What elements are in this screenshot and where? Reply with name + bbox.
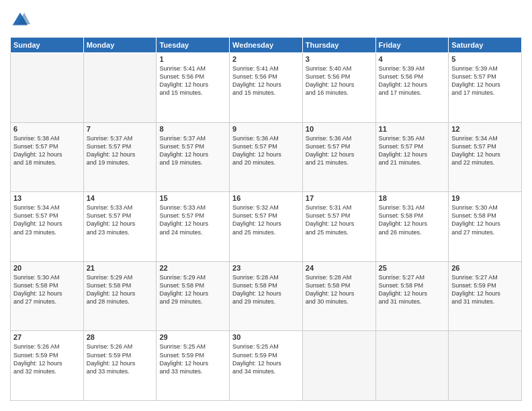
- day-info: Sunrise: 5:26 AM Sunset: 5:59 PM Dayligh…: [13, 342, 81, 375]
- day-number: 2: [232, 55, 300, 63]
- week-row-2: 13Sunrise: 5:34 AM Sunset: 5:57 PM Dayli…: [11, 192, 522, 262]
- day-header-tuesday: Tuesday: [157, 38, 230, 53]
- calendar-cell: 16Sunrise: 5:32 AM Sunset: 5:57 PM Dayli…: [230, 192, 303, 262]
- calendar-cell: [449, 331, 522, 401]
- day-info: Sunrise: 5:27 AM Sunset: 5:58 PM Dayligh…: [379, 273, 446, 306]
- day-number: 12: [451, 125, 519, 133]
- day-info: Sunrise: 5:30 AM Sunset: 5:58 PM Dayligh…: [451, 203, 519, 236]
- day-info: Sunrise: 5:36 AM Sunset: 5:57 PM Dayligh…: [232, 134, 300, 167]
- day-header-wednesday: Wednesday: [230, 38, 303, 53]
- week-row-1: 6Sunrise: 5:38 AM Sunset: 5:57 PM Daylig…: [11, 122, 522, 192]
- logo: [10, 10, 33, 30]
- calendar-cell: 8Sunrise: 5:37 AM Sunset: 5:57 PM Daylig…: [157, 122, 230, 192]
- calendar-cell: [302, 331, 375, 401]
- day-info: Sunrise: 5:29 AM Sunset: 5:58 PM Dayligh…: [159, 273, 226, 306]
- calendar: SundayMondayTuesdayWednesdayThursdayFrid…: [10, 37, 522, 401]
- day-number: 1: [159, 55, 226, 63]
- day-info: Sunrise: 5:41 AM Sunset: 5:56 PM Dayligh…: [159, 64, 226, 97]
- calendar-cell: 6Sunrise: 5:38 AM Sunset: 5:57 PM Daylig…: [11, 122, 84, 192]
- day-header-sunday: Sunday: [11, 38, 84, 53]
- calendar-cell: 4Sunrise: 5:39 AM Sunset: 5:56 PM Daylig…: [375, 53, 449, 123]
- calendar-cell: 1Sunrise: 5:41 AM Sunset: 5:56 PM Daylig…: [157, 53, 230, 123]
- calendar-cell: [375, 331, 449, 401]
- calendar-cell: 28Sunrise: 5:26 AM Sunset: 5:59 PM Dayli…: [83, 331, 157, 401]
- day-info: Sunrise: 5:39 AM Sunset: 5:57 PM Dayligh…: [451, 64, 519, 97]
- day-header-saturday: Saturday: [449, 38, 522, 53]
- day-number: 5: [451, 55, 519, 63]
- day-number: 28: [87, 333, 154, 341]
- week-row-4: 27Sunrise: 5:26 AM Sunset: 5:59 PM Dayli…: [11, 331, 522, 401]
- calendar-cell: 26Sunrise: 5:27 AM Sunset: 5:59 PM Dayli…: [449, 261, 522, 331]
- day-header-monday: Monday: [83, 38, 157, 53]
- calendar-cell: 20Sunrise: 5:30 AM Sunset: 5:58 PM Dayli…: [11, 261, 84, 331]
- day-number: 15: [159, 194, 226, 202]
- day-info: Sunrise: 5:39 AM Sunset: 5:56 PM Dayligh…: [379, 64, 446, 97]
- day-number: 13: [13, 194, 81, 202]
- calendar-cell: 3Sunrise: 5:40 AM Sunset: 5:56 PM Daylig…: [302, 53, 375, 123]
- calendar-cell: [83, 53, 157, 123]
- day-info: Sunrise: 5:28 AM Sunset: 5:58 PM Dayligh…: [306, 273, 373, 306]
- week-row-3: 20Sunrise: 5:30 AM Sunset: 5:58 PM Dayli…: [11, 261, 522, 331]
- day-info: Sunrise: 5:33 AM Sunset: 5:57 PM Dayligh…: [159, 203, 226, 236]
- day-number: 4: [379, 55, 446, 63]
- day-number: 25: [379, 264, 446, 272]
- day-header-friday: Friday: [375, 38, 449, 53]
- day-info: Sunrise: 5:40 AM Sunset: 5:56 PM Dayligh…: [306, 64, 373, 97]
- calendar-cell: 22Sunrise: 5:29 AM Sunset: 5:58 PM Dayli…: [157, 261, 230, 331]
- calendar-cell: 2Sunrise: 5:41 AM Sunset: 5:56 PM Daylig…: [230, 53, 303, 123]
- day-number: 14: [87, 194, 154, 202]
- calendar-cell: 12Sunrise: 5:34 AM Sunset: 5:57 PM Dayli…: [449, 122, 522, 192]
- calendar-cell: 5Sunrise: 5:39 AM Sunset: 5:57 PM Daylig…: [449, 53, 522, 123]
- day-info: Sunrise: 5:29 AM Sunset: 5:58 PM Dayligh…: [87, 273, 154, 306]
- header: [10, 10, 522, 30]
- day-number: 30: [232, 333, 300, 341]
- day-number: 21: [87, 264, 154, 272]
- day-info: Sunrise: 5:33 AM Sunset: 5:57 PM Dayligh…: [87, 203, 154, 236]
- day-number: 27: [13, 333, 81, 341]
- day-info: Sunrise: 5:34 AM Sunset: 5:57 PM Dayligh…: [451, 134, 519, 167]
- day-number: 11: [379, 125, 446, 133]
- day-info: Sunrise: 5:36 AM Sunset: 5:57 PM Dayligh…: [306, 134, 373, 167]
- day-info: Sunrise: 5:32 AM Sunset: 5:57 PM Dayligh…: [232, 203, 300, 236]
- calendar-cell: 27Sunrise: 5:26 AM Sunset: 5:59 PM Dayli…: [11, 331, 84, 401]
- calendar-cell: [11, 53, 84, 123]
- calendar-cell: 29Sunrise: 5:25 AM Sunset: 5:59 PM Dayli…: [157, 331, 230, 401]
- day-info: Sunrise: 5:37 AM Sunset: 5:57 PM Dayligh…: [159, 134, 226, 167]
- calendar-cell: 10Sunrise: 5:36 AM Sunset: 5:57 PM Dayli…: [302, 122, 375, 192]
- calendar-cell: 7Sunrise: 5:37 AM Sunset: 5:57 PM Daylig…: [83, 122, 157, 192]
- day-info: Sunrise: 5:26 AM Sunset: 5:59 PM Dayligh…: [87, 342, 154, 375]
- calendar-cell: 11Sunrise: 5:35 AM Sunset: 5:57 PM Dayli…: [375, 122, 449, 192]
- day-number: 24: [306, 264, 373, 272]
- day-info: Sunrise: 5:37 AM Sunset: 5:57 PM Dayligh…: [87, 134, 154, 167]
- calendar-cell: 18Sunrise: 5:31 AM Sunset: 5:58 PM Dayli…: [375, 192, 449, 262]
- day-info: Sunrise: 5:25 AM Sunset: 5:59 PM Dayligh…: [232, 342, 300, 375]
- day-info: Sunrise: 5:31 AM Sunset: 5:57 PM Dayligh…: [306, 203, 373, 236]
- calendar-cell: 24Sunrise: 5:28 AM Sunset: 5:58 PM Dayli…: [302, 261, 375, 331]
- day-info: Sunrise: 5:34 AM Sunset: 5:57 PM Dayligh…: [13, 203, 81, 236]
- day-info: Sunrise: 5:38 AM Sunset: 5:57 PM Dayligh…: [13, 134, 81, 167]
- page: SundayMondayTuesdayWednesdayThursdayFrid…: [0, 0, 532, 411]
- day-number: 8: [159, 125, 226, 133]
- day-number: 10: [306, 125, 373, 133]
- calendar-cell: 9Sunrise: 5:36 AM Sunset: 5:57 PM Daylig…: [230, 122, 303, 192]
- calendar-cell: 25Sunrise: 5:27 AM Sunset: 5:58 PM Dayli…: [375, 261, 449, 331]
- day-number: 18: [379, 194, 446, 202]
- calendar-cell: 21Sunrise: 5:29 AM Sunset: 5:58 PM Dayli…: [83, 261, 157, 331]
- day-info: Sunrise: 5:27 AM Sunset: 5:59 PM Dayligh…: [451, 273, 519, 306]
- calendar-cell: 19Sunrise: 5:30 AM Sunset: 5:58 PM Dayli…: [449, 192, 522, 262]
- calendar-cell: 15Sunrise: 5:33 AM Sunset: 5:57 PM Dayli…: [157, 192, 230, 262]
- day-number: 20: [13, 264, 81, 272]
- calendar-cell: 30Sunrise: 5:25 AM Sunset: 5:59 PM Dayli…: [230, 331, 303, 401]
- day-number: 16: [232, 194, 300, 202]
- day-number: 6: [13, 125, 81, 133]
- week-row-0: 1Sunrise: 5:41 AM Sunset: 5:56 PM Daylig…: [11, 53, 522, 123]
- day-info: Sunrise: 5:31 AM Sunset: 5:58 PM Dayligh…: [379, 203, 446, 236]
- day-number: 3: [306, 55, 373, 63]
- calendar-cell: 23Sunrise: 5:28 AM Sunset: 5:58 PM Dayli…: [230, 261, 303, 331]
- day-header-thursday: Thursday: [302, 38, 375, 53]
- day-info: Sunrise: 5:30 AM Sunset: 5:58 PM Dayligh…: [13, 273, 81, 306]
- calendar-cell: 14Sunrise: 5:33 AM Sunset: 5:57 PM Dayli…: [83, 192, 157, 262]
- day-number: 7: [87, 125, 154, 133]
- day-info: Sunrise: 5:28 AM Sunset: 5:58 PM Dayligh…: [232, 273, 300, 306]
- day-info: Sunrise: 5:35 AM Sunset: 5:57 PM Dayligh…: [379, 134, 446, 167]
